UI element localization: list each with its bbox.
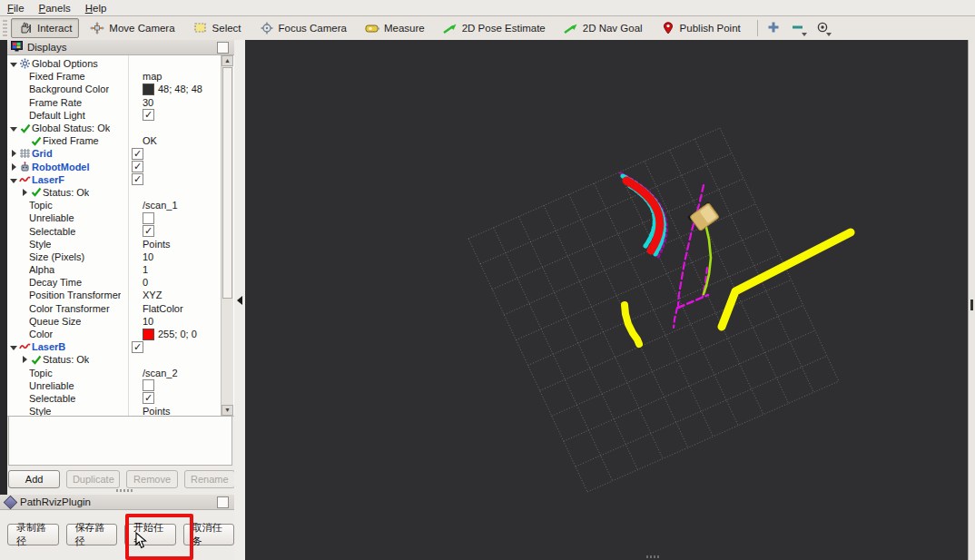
color-swatch[interactable] — [143, 329, 154, 340]
property-name: Global Options — [32, 58, 98, 69]
tool-button-move-camera[interactable]: Move Camera — [83, 18, 182, 38]
tool-button-2d-pose-estimate[interactable]: 2D Pose Estimate — [436, 18, 553, 38]
tree-row-laserb[interactable]: LaserB✓ — [9, 340, 222, 353]
property-name: Alpha — [29, 264, 54, 275]
scroll-down-button[interactable]: ▼ — [222, 405, 233, 416]
tree-row-default-light[interactable]: Default Light✓ — [20, 109, 222, 122]
add-button[interactable]: Add — [8, 470, 60, 488]
color-swatch[interactable] — [143, 84, 154, 95]
menu-item-help[interactable]: Help — [78, 2, 114, 15]
property-name: Selectable — [29, 393, 75, 404]
tool-button-interact[interactable]: Interact — [11, 18, 79, 38]
expander-right-icon[interactable] — [20, 354, 29, 365]
menu-item-file[interactable]: File — [0, 2, 32, 15]
tree-row-grid[interactable]: Grid✓ — [9, 147, 222, 160]
path-plugin-header[interactable]: PathRvizPlugin — [0, 495, 234, 510]
checkbox-checked[interactable]: ✓ — [132, 341, 143, 353]
expander-down-icon[interactable] — [9, 341, 18, 352]
menu-item-panels[interactable]: Panels — [32, 2, 78, 15]
tree-row-status-ok[interactable]: Status: Ok — [20, 186, 222, 199]
tree-row-unreliable[interactable]: Unreliable — [20, 211, 222, 224]
property-value: 30 — [143, 97, 153, 108]
tree-row-fixed-frame[interactable]: Fixed Framemap — [20, 70, 222, 83]
scrollbar-thumb[interactable] — [222, 67, 232, 299]
path-plugin-button-row: 录制路径保存路径开始任务取消任务 — [7, 524, 234, 545]
displays-tree[interactable]: Global OptionsFixed FramemapBackground C… — [7, 55, 234, 417]
expander-down-icon[interactable] — [9, 58, 18, 69]
tree-row-topic[interactable]: Topic/scan_1 — [20, 199, 222, 211]
tool-button-tool-properties[interactable] — [812, 19, 832, 37]
expander-right-icon[interactable] — [20, 187, 29, 198]
property-name: Size (Pixels) — [29, 251, 84, 262]
viewport-bottom-handle[interactable] — [646, 555, 659, 558]
tree-row-style[interactable]: StylePoints — [20, 238, 222, 251]
right-splitter-handle[interactable] — [970, 300, 973, 310]
tree-row-selectable[interactable]: Selectable✓ — [20, 224, 222, 237]
tool-button-select[interactable]: Select — [186, 18, 249, 38]
check-icon — [29, 187, 43, 197]
checkbox-unchecked[interactable] — [143, 379, 154, 391]
tree-row-decay-time[interactable]: Decay Time0 — [20, 276, 222, 289]
tree-row-status-ok[interactable]: Status: Ok — [20, 353, 222, 366]
remove-button[interactable]: Remove — [126, 470, 177, 488]
scroll-up-button[interactable]: ▲ — [222, 55, 233, 66]
check-icon — [29, 355, 43, 365]
expander-right-icon[interactable] — [9, 162, 18, 172]
path-plugin-float-button[interactable] — [217, 496, 229, 508]
tree-row-queue-size[interactable]: Queue Size10 — [20, 315, 222, 328]
expander-right-icon[interactable] — [9, 148, 18, 159]
property-value: 10 — [143, 251, 153, 262]
duplicate-button[interactable]: Duplicate — [66, 470, 120, 488]
expander-down-icon[interactable] — [9, 174, 18, 185]
tree-row-selectable[interactable]: Selectable✓ — [20, 392, 222, 405]
tree-row-topic[interactable]: Topic/scan_2 — [20, 367, 222, 379]
displays-float-button[interactable] — [217, 42, 229, 54]
toolbar-drag-handle[interactable] — [3, 20, 7, 36]
path-plugin-button-1[interactable]: 录制路径 — [7, 524, 59, 545]
tree-row-fixed-frame[interactable]: Fixed FrameOK — [20, 134, 222, 147]
checkbox-checked[interactable]: ✓ — [132, 148, 143, 160]
grid — [468, 128, 839, 492]
laser-rear-yellow-small — [625, 305, 639, 344]
tree-row-laserf[interactable]: LaserF✓ — [9, 173, 222, 186]
tree-row-frame-rate[interactable]: Frame Rate30 — [20, 96, 222, 109]
path-plugin-button-3[interactable]: 开始任务 — [124, 524, 176, 545]
vertical-splitter[interactable] — [234, 40, 245, 560]
tool-button-measure[interactable]: Measure — [358, 18, 432, 38]
checkbox-checked[interactable]: ✓ — [143, 392, 154, 404]
displays-panel-header[interactable]: Displays — [7, 40, 234, 55]
tree-row-size-pixels-[interactable]: Size (Pixels)10 — [20, 251, 222, 263]
displays-scrollbar[interactable]: ▲ ▼ — [221, 55, 233, 416]
path-plugin-title: PathRvizPlugin — [20, 496, 217, 507]
checkbox-checked[interactable]: ✓ — [132, 173, 143, 185]
tree-row-color[interactable]: Color255; 0; 0 — [20, 328, 222, 340]
displays-button-row: AddDuplicateRemoveRename — [7, 470, 235, 488]
path-plugin-button-4[interactable]: 取消任务 — [183, 524, 235, 545]
tree-row-robotmodel[interactable]: RobotModel✓ — [9, 161, 222, 173]
tree-row-unreliable[interactable]: Unreliable — [20, 379, 222, 392]
tool-button-2d-nav-goal[interactable]: 2D Nav Goal — [556, 18, 650, 38]
recorded-path-magenta-tail — [674, 308, 677, 328]
tool-button-add-tool[interactable] — [763, 19, 783, 37]
checkbox-unchecked[interactable] — [143, 212, 154, 224]
checkbox-checked[interactable]: ✓ — [143, 109, 154, 121]
expander-down-icon[interactable] — [9, 123, 18, 133]
tree-row-color-transformer[interactable]: Color TransformerFlatColor — [20, 302, 222, 315]
path-plugin-button-2[interactable]: 保存路径 — [66, 524, 118, 545]
splitter-collapse-arrow-icon[interactable] — [237, 296, 242, 305]
property-name: Frame Rate — [29, 97, 82, 108]
rename-button[interactable]: Rename — [184, 470, 235, 488]
tree-row-position-transformer[interactable]: Position TransformerXYZ — [20, 289, 222, 301]
property-name: Style — [29, 239, 51, 250]
tree-row-background-color[interactable]: Background Color48; 48; 48 — [20, 83, 222, 95]
3d-viewport[interactable] — [245, 40, 968, 560]
tool-button-publish-point[interactable]: Publish Point — [654, 18, 748, 38]
tool-button-focus-camera[interactable]: Focus Camera — [252, 18, 354, 38]
tree-row-alpha[interactable]: Alpha1 — [20, 263, 222, 276]
tool-button-remove-tool[interactable] — [788, 19, 808, 37]
tree-row-global-status-ok[interactable]: Global Status: Ok — [9, 122, 222, 134]
tree-row-global-options[interactable]: Global Options — [9, 57, 222, 70]
panel-splitter-handle[interactable] — [116, 489, 133, 492]
checkbox-checked[interactable]: ✓ — [132, 161, 143, 172]
checkbox-checked[interactable]: ✓ — [143, 225, 154, 237]
